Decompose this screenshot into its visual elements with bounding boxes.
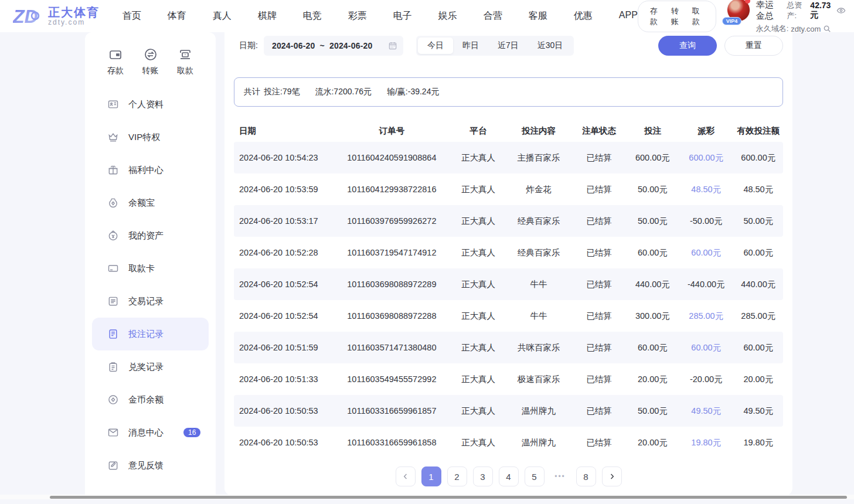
quick-action-deposit[interactable]: 存款: [107, 47, 124, 76]
range-7days-button[interactable]: 近7日: [488, 38, 528, 54]
page-button-2[interactable]: 2: [447, 466, 467, 486]
nav-item-app[interactable]: APP: [619, 10, 638, 22]
table-row: 2024-06-20 10:52:541011603698088972288正大…: [234, 300, 783, 332]
nav-item-partner[interactable]: 合营: [484, 10, 502, 22]
nav-item-live[interactable]: 真人: [213, 10, 232, 22]
range-yesterday-button[interactable]: 昨日: [453, 38, 488, 54]
brand-domain: zdty.com: [48, 18, 100, 26]
nav-item-lottery[interactable]: 彩票: [348, 10, 367, 22]
summary-bets-value: 79笔: [283, 87, 300, 96]
page-body: 存款 转账 取款: [0, 32, 854, 499]
sidebar-item-bet-records[interactable]: 投注记录: [92, 318, 209, 350]
col-date: 日期: [234, 125, 333, 137]
sidebar-item-assets[interactable]: 我的资产: [92, 219, 209, 252]
range-today-button[interactable]: 今日: [418, 38, 453, 54]
sidebar-item-withdraw-card[interactable]: 取款卡: [92, 252, 209, 285]
quick-action-withdraw[interactable]: 取款: [177, 47, 193, 76]
user-block[interactable]: VIP4 幸运金总 总资产: 42.73元 永久域名: zdty.com: [727, 0, 846, 34]
nav-item-home[interactable]: 首页: [123, 10, 141, 22]
table-row: 2024-06-20 10:52:281011603719547174912正大…: [234, 237, 783, 268]
deposit-link[interactable]: 存款: [650, 6, 662, 27]
filter-bar: 日期: 2024-06-20 ~ 2024-06-20 今日 昨日 近7日 近3…: [234, 36, 783, 56]
sidebar-item-welfare[interactable]: 福利中心: [92, 154, 209, 186]
withdraw-link[interactable]: 取款: [692, 6, 704, 27]
top-header: ZD 正大体育 zdty.com 首页 体育 真人 棋牌 电竞 彩票 电子 娱乐…: [0, 0, 854, 32]
wallet-icon: [108, 47, 123, 62]
date-range-input[interactable]: 2024-06-20 ~ 2024-06-20: [264, 36, 403, 56]
query-button[interactable]: 查询: [658, 36, 717, 56]
col-order: 订单号: [333, 125, 451, 137]
page-button-8[interactable]: 8: [576, 466, 596, 486]
table-row: 2024-06-20 10:51:331011603549455572992正大…: [234, 363, 783, 395]
table-header-row: 日期 订单号 平台 投注内容 注单状态 投注 派彩 有效投注额: [234, 120, 783, 142]
eye-icon[interactable]: [836, 6, 846, 15]
summary-prefix: 共计: [244, 87, 260, 97]
summary-winloss-value: -39.24元: [408, 87, 440, 96]
nav-item-sports[interactable]: 体育: [168, 10, 186, 22]
date-label: 日期:: [239, 40, 258, 51]
sidebar-menu: 个人资料 VIP特权 福利中心 余额宝 我的资产 取款卡: [85, 88, 216, 482]
col-payout: 派彩: [679, 125, 734, 137]
redeem-icon: [107, 361, 119, 373]
nav-item-support[interactable]: 客服: [529, 10, 547, 22]
col-platform: 平台: [451, 125, 506, 137]
col-valid: 有效投注额: [734, 125, 783, 137]
horizontal-scrollbar-thumb[interactable]: [50, 496, 847, 499]
page-button-1[interactable]: 1: [421, 466, 441, 486]
transfer-link[interactable]: 转账: [671, 6, 683, 27]
table-row: 2024-06-20 10:51:591011603571471380480正大…: [234, 332, 783, 363]
date-separator: ~: [320, 41, 325, 50]
summary-bets-label: 投注:: [264, 87, 283, 96]
sidebar-item-redeem-records[interactable]: 兑奖记录: [92, 350, 209, 383]
brand-logo[interactable]: ZD 正大体育 zdty.com: [13, 5, 106, 28]
quick-action-transfer[interactable]: 转账: [142, 47, 159, 76]
next-page-button[interactable]: [602, 466, 622, 486]
table-row: 2024-06-20 10:50:531011603316659961858正大…: [234, 427, 783, 458]
date-to: 2024-06-20: [329, 41, 373, 50]
main-nav: 首页 体育 真人 棋牌 电竞 彩票 电子 娱乐 合营 客服 优惠 APP: [123, 10, 638, 22]
message-count-badge: 16: [183, 428, 200, 437]
sidebar-item-feedback[interactable]: 意见反馈: [92, 449, 209, 482]
table-row: 2024-06-20 10:53:591011604129938722816正大…: [234, 173, 783, 205]
transfer-icon: [144, 47, 158, 62]
withdraw-icon: [178, 47, 192, 62]
sidebar-quick-actions: 存款 转账 取款: [85, 47, 216, 88]
pagination: 1 2 3 4 5 ••• 8: [234, 466, 783, 486]
nav-item-slots[interactable]: 电子: [393, 10, 412, 22]
page-button-3[interactable]: 3: [473, 466, 493, 486]
nav-item-chess[interactable]: 棋牌: [258, 10, 277, 22]
sidebar: 存款 转账 取款: [85, 32, 216, 499]
gold-coin-icon: [107, 394, 119, 406]
sidebar-item-gold-balance[interactable]: 金币余额: [92, 383, 209, 416]
table-row: 2024-06-20 10:54:231011604240591908864正大…: [234, 142, 783, 173]
notification-dot: [745, 0, 750, 4]
search-icon[interactable]: [823, 25, 831, 33]
summary-turnover-value: 7200.76元: [334, 87, 372, 96]
sidebar-item-vip[interactable]: VIP特权: [92, 121, 209, 154]
prev-page-button[interactable]: [396, 466, 416, 486]
assets-label: 总资产:: [787, 0, 805, 21]
nav-item-promo[interactable]: 优惠: [574, 10, 593, 22]
main-content: 日期: 2024-06-20 ~ 2024-06-20 今日 昨日 近7日 近3…: [224, 32, 792, 495]
bank-card-icon: [107, 263, 119, 274]
range-30days-button[interactable]: 近30日: [528, 38, 573, 54]
horizontal-scrollbar[interactable]: [0, 495, 854, 499]
crown-icon: [107, 131, 119, 143]
sidebar-item-yuebao[interactable]: 余额宝: [92, 186, 209, 219]
assets-value: 42.73元: [810, 1, 832, 21]
page-ellipsis[interactable]: •••: [550, 466, 570, 486]
nav-item-entertainment[interactable]: 娱乐: [438, 10, 457, 22]
sidebar-item-profile[interactable]: 个人资料: [92, 88, 209, 121]
wallet-actions-pill: 存款 转账 取款: [638, 1, 716, 32]
nav-item-esports[interactable]: 电竞: [303, 10, 322, 22]
id-card-icon: [107, 98, 119, 110]
sidebar-item-messages[interactable]: 消息中心 16: [92, 416, 209, 449]
transaction-list-icon: [107, 295, 119, 307]
calendar-icon[interactable]: [388, 41, 397, 50]
page-button-5[interactable]: 5: [525, 466, 545, 486]
reset-button[interactable]: 重置: [724, 36, 783, 56]
date-from: 2024-06-20: [272, 41, 315, 50]
bet-records-table: 日期 订单号 平台 投注内容 注单状态 投注 派彩 有效投注额 2024-06-…: [234, 120, 783, 458]
page-button-4[interactable]: 4: [499, 466, 519, 486]
sidebar-item-transactions[interactable]: 交易记录: [92, 285, 209, 318]
